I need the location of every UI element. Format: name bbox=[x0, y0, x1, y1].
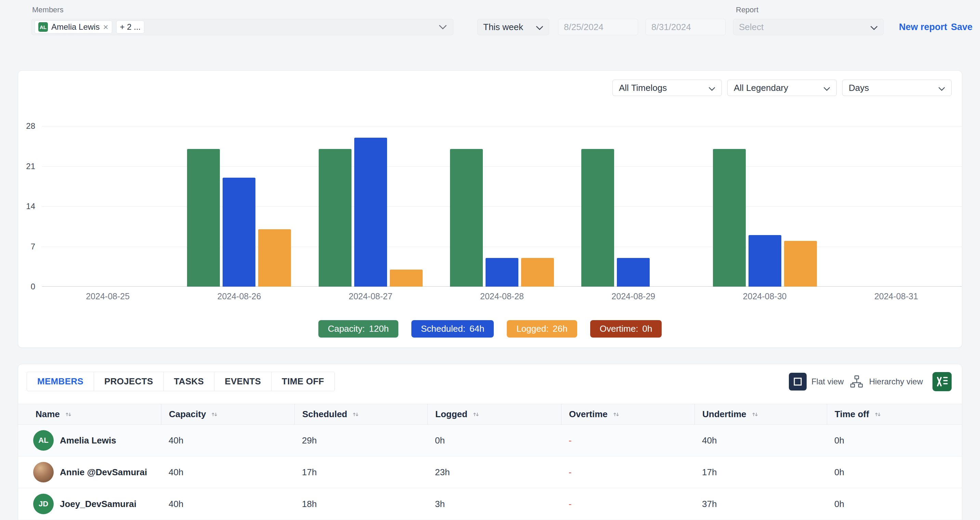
member-chip-avatar: AL bbox=[38, 22, 48, 32]
scheduled-bar-2024-08-27[interactable] bbox=[354, 138, 387, 287]
member-name-cell: ALAmelia Lewis bbox=[18, 425, 161, 456]
column-label: Time off bbox=[835, 409, 869, 420]
legend-value: 64h bbox=[469, 323, 484, 334]
column-header-logged[interactable]: Logged bbox=[428, 404, 561, 424]
scheduled-bar-2024-08-29[interactable] bbox=[617, 258, 650, 287]
member-chip-name: Amelia Lewis bbox=[51, 22, 100, 32]
gridline bbox=[42, 166, 962, 167]
x-axis-label: 2024-08-28 bbox=[480, 292, 524, 301]
gridline bbox=[42, 206, 962, 207]
date-from-input[interactable]: 8/25/2024 bbox=[558, 19, 638, 35]
period-select[interactable]: This week bbox=[477, 19, 549, 35]
sort-icon[interactable] bbox=[612, 411, 620, 418]
logged-bar-2024-08-30[interactable] bbox=[784, 241, 817, 287]
legend-capacity-button[interactable]: Capacity:120h bbox=[318, 320, 398, 338]
legend-scheduled-button[interactable]: Scheduled:64h bbox=[411, 320, 494, 338]
member-name: Amelia Lewis bbox=[60, 435, 116, 446]
avatar: JD bbox=[33, 494, 54, 514]
tab-tasks[interactable]: TASKS bbox=[164, 372, 215, 391]
excel-export-icon[interactable] bbox=[932, 372, 951, 391]
member-chip[interactable]: AL Amelia Lewis × bbox=[35, 21, 112, 33]
cell-scheduled: 18h bbox=[294, 488, 428, 520]
legend-logged-button[interactable]: Logged:26h bbox=[507, 320, 577, 338]
table-row[interactable]: ALAmelia Lewis40h29h0h-40h0h bbox=[18, 425, 962, 457]
cell-undertime: 37h bbox=[694, 488, 827, 520]
scheduled-bar-2024-08-26[interactable] bbox=[223, 178, 255, 287]
table-header-row: NameCapacityScheduledLoggedOvertimeUnder… bbox=[18, 404, 962, 425]
hierarchy-view-icon[interactable] bbox=[849, 374, 864, 390]
chart-controls: All Timelogs All Legendary Days bbox=[612, 79, 951, 96]
sort-icon[interactable] bbox=[751, 411, 759, 418]
table-row[interactable]: JDJoey_DevSamurai40h18h3h-37h0h bbox=[18, 488, 962, 520]
y-axis-tick: 7 bbox=[31, 242, 35, 252]
granularity-select[interactable]: Days bbox=[842, 79, 951, 96]
scheduled-bar-2024-08-30[interactable] bbox=[749, 235, 781, 287]
capacity-bar-2024-08-29[interactable] bbox=[581, 149, 614, 287]
legend-label: Overtime: bbox=[600, 323, 638, 334]
timelogs-select[interactable]: All Timelogs bbox=[612, 79, 722, 96]
column-header-overtime[interactable]: Overtime bbox=[561, 404, 694, 424]
members-multiselect[interactable]: AL Amelia Lewis × + 2 ... bbox=[32, 19, 453, 35]
more-members-chip[interactable]: + 2 ... bbox=[116, 21, 145, 33]
cell-scheduled: 29h bbox=[294, 425, 428, 456]
tab-time-off[interactable]: TIME OFF bbox=[271, 372, 335, 391]
view-controls: Flat view Hierarchy view bbox=[789, 372, 951, 391]
capacity-bar-2024-08-27[interactable] bbox=[319, 149, 352, 287]
legend-value: 26h bbox=[552, 323, 567, 334]
tab-members[interactable]: MEMBERS bbox=[27, 372, 94, 391]
sort-icon[interactable] bbox=[874, 411, 881, 418]
bar-chart: 071421282024-08-252024-08-262024-08-2720… bbox=[42, 126, 962, 287]
capacity-bar-2024-08-28[interactable] bbox=[450, 149, 483, 287]
legend-value: 0h bbox=[642, 323, 652, 334]
new-report-link[interactable]: New report bbox=[899, 19, 947, 35]
cell-logged: 23h bbox=[428, 457, 561, 488]
legend-label: Scheduled: bbox=[421, 323, 465, 334]
column-label: Capacity bbox=[169, 409, 206, 420]
sort-icon[interactable] bbox=[65, 411, 72, 418]
chevron-down-icon bbox=[938, 83, 945, 93]
table-row[interactable]: Annie @DevSamurai40h17h23h-17h0h bbox=[18, 457, 962, 488]
y-axis-tick: 0 bbox=[31, 282, 35, 292]
timelogs-select-value: All Timelogs bbox=[619, 83, 667, 93]
report-table-card: MEMBERSPROJECTSTASKSEVENTSTIME OFF Flat … bbox=[18, 364, 962, 520]
flat-view-label[interactable]: Flat view bbox=[811, 377, 844, 387]
tab-projects[interactable]: PROJECTS bbox=[94, 372, 164, 391]
sort-icon[interactable] bbox=[211, 411, 218, 418]
logged-bar-2024-08-26[interactable] bbox=[258, 229, 291, 287]
hierarchy-view-label[interactable]: Hierarchy view bbox=[869, 377, 923, 387]
column-header-name[interactable]: Name bbox=[18, 404, 161, 424]
chart-legend: Capacity:120hScheduled:64hLogged:26hOver… bbox=[18, 320, 962, 338]
x-axis-label: 2024-08-30 bbox=[743, 292, 787, 301]
date-to-value: 8/31/2024 bbox=[651, 22, 691, 32]
column-header-scheduled[interactable]: Scheduled bbox=[294, 404, 428, 424]
flat-view-icon[interactable] bbox=[789, 373, 807, 390]
member-name: Joey_DevSamurai bbox=[60, 499, 137, 509]
column-header-undertime[interactable]: Undertime bbox=[694, 404, 827, 424]
capacity-bar-2024-08-30[interactable] bbox=[713, 149, 746, 287]
cell-time_off: 0h bbox=[827, 488, 962, 520]
save-link[interactable]: Save bbox=[951, 19, 972, 35]
tab-events[interactable]: EVENTS bbox=[214, 372, 272, 391]
logged-bar-2024-08-27[interactable] bbox=[390, 270, 423, 287]
column-label: Scheduled bbox=[302, 409, 347, 420]
legend-label: Capacity: bbox=[328, 323, 365, 334]
column-header-time-off[interactable]: Time off bbox=[827, 404, 962, 424]
remove-member-icon[interactable]: × bbox=[103, 22, 108, 32]
legend-overtime-button[interactable]: Overtime:0h bbox=[590, 320, 662, 338]
sort-icon[interactable] bbox=[352, 411, 360, 418]
logged-bar-2024-08-28[interactable] bbox=[521, 258, 554, 287]
cell-time_off: 0h bbox=[827, 425, 962, 456]
x-axis-label: 2024-08-27 bbox=[349, 292, 393, 301]
avatar: AL bbox=[33, 430, 54, 451]
capacity-bar-2024-08-26[interactable] bbox=[187, 149, 220, 287]
x-axis-label: 2024-08-29 bbox=[611, 292, 655, 301]
sort-icon[interactable] bbox=[472, 411, 480, 418]
legendary-select[interactable]: All Legendary bbox=[727, 79, 837, 96]
column-header-capacity[interactable]: Capacity bbox=[161, 404, 294, 424]
avatar bbox=[33, 462, 54, 482]
y-axis-tick: 28 bbox=[26, 121, 35, 131]
scheduled-bar-2024-08-28[interactable] bbox=[485, 258, 519, 287]
date-to-input[interactable]: 8/31/2024 bbox=[646, 19, 725, 35]
report-select[interactable]: Select bbox=[733, 19, 884, 35]
legend-value: 120h bbox=[369, 323, 389, 334]
